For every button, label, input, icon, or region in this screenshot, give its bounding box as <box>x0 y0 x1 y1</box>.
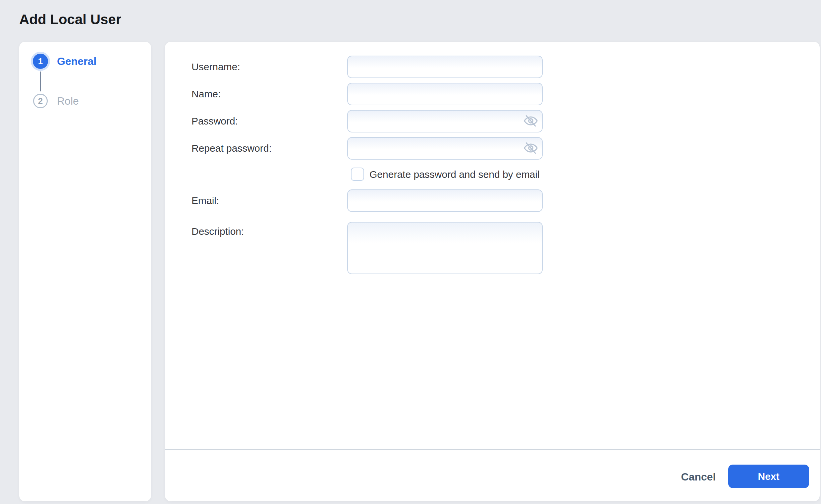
footer-divider <box>165 449 820 450</box>
username-input[interactable] <box>347 56 543 78</box>
password-label: Password: <box>191 110 337 132</box>
repeat-password-label: Repeat password: <box>191 137 337 160</box>
email-input-wrap <box>347 189 543 212</box>
repeat-password-visibility-toggle[interactable] <box>523 140 539 156</box>
eye-off-icon <box>524 114 538 129</box>
description-input-wrap <box>347 222 543 274</box>
password-input-wrap <box>347 110 543 132</box>
wizard-step-1-badge[interactable]: 1 <box>33 54 48 69</box>
generate-password-row: Generate password and send by email <box>165 168 820 181</box>
email-field[interactable] <box>347 189 543 212</box>
username-input-wrap <box>347 56 543 78</box>
name-label: Name: <box>191 83 337 105</box>
generate-password-checkbox[interactable] <box>351 168 364 181</box>
cancel-button[interactable]: Cancel <box>672 468 725 485</box>
name-input[interactable] <box>347 83 543 105</box>
next-button[interactable]: Next <box>728 465 809 488</box>
wizard-step-2-number: 2 <box>38 96 43 106</box>
generate-password-checkbox-label[interactable]: Generate password and send by email <box>369 168 540 181</box>
password-input[interactable] <box>347 110 543 132</box>
description-label: Description: <box>191 222 337 237</box>
page-title: Add Local User <box>19 12 121 27</box>
wizard-sidebar: 1 General 2 Role <box>19 42 151 501</box>
repeat-password-input[interactable] <box>347 137 543 160</box>
add-user-form-card: Username: Name: Password: <box>165 42 820 501</box>
name-input-wrap <box>347 83 543 105</box>
password-visibility-toggle[interactable] <box>523 113 539 129</box>
wizard-step-2-badge[interactable]: 2 <box>33 94 48 108</box>
eye-off-icon <box>524 141 538 156</box>
sidebar-item-role[interactable]: Role <box>57 95 79 107</box>
sidebar-item-general[interactable]: General <box>57 55 96 68</box>
wizard-step-1-number: 1 <box>38 56 43 67</box>
repeat-password-input-wrap <box>347 137 543 160</box>
description-textarea[interactable] <box>347 222 543 274</box>
email-label: Email: <box>191 189 337 212</box>
wizard-step-connector <box>40 72 41 91</box>
username-label: Username: <box>191 56 337 78</box>
